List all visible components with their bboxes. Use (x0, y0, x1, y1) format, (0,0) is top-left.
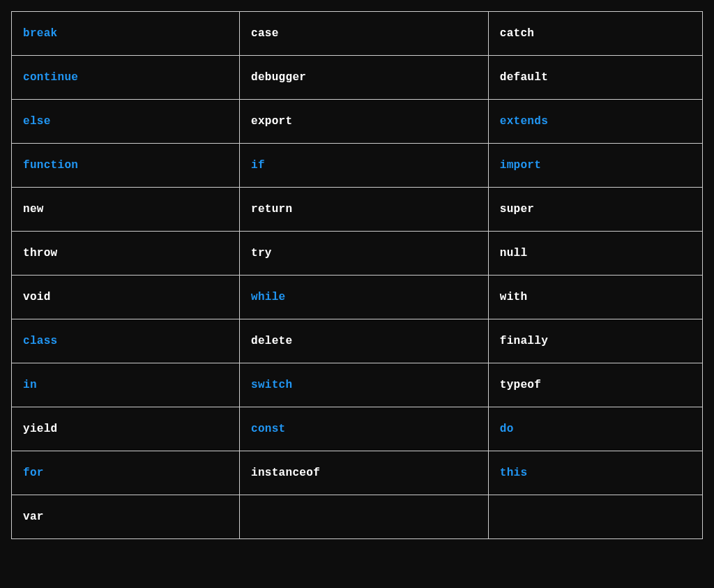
keyword-link-cell[interactable]: if (240, 144, 489, 188)
keyword-link-cell[interactable]: in (12, 363, 240, 407)
table-row: inswitchtypeof (12, 363, 703, 407)
keyword-cell: instanceof (240, 451, 489, 495)
keyword-cell: with (488, 276, 702, 319)
keyword-link-cell[interactable]: const (240, 407, 489, 451)
table-row: functionifimport (12, 144, 703, 188)
keyword-cell: typeof (488, 363, 702, 407)
keyword-link-cell[interactable]: function (12, 144, 240, 188)
keywords-table: breakcasecatchcontinuedebuggerdefaultels… (11, 11, 703, 539)
keyword-cell: default (488, 56, 702, 100)
keyword-link-cell[interactable]: while (240, 276, 489, 319)
keyword-cell: delete (240, 319, 489, 363)
table-row: var (12, 495, 703, 539)
table-row: forinstanceofthis (12, 451, 703, 495)
table-row: throwtrynull (12, 232, 703, 276)
keyword-cell: return (240, 188, 489, 232)
keyword-cell: try (240, 232, 489, 276)
keyword-link-cell[interactable]: class (12, 319, 240, 363)
table-row: voidwhilewith (12, 276, 703, 319)
keyword-link-cell[interactable]: break (12, 12, 240, 56)
table-row: elseexportextends (12, 100, 703, 144)
keyword-link-cell[interactable]: for (12, 451, 240, 495)
keyword-cell: catch (488, 12, 702, 56)
keyword-link-cell[interactable]: this (488, 451, 702, 495)
keyword-link-cell[interactable]: do (488, 407, 702, 451)
keyword-cell: finally (488, 319, 702, 363)
keyword-cell (488, 495, 702, 539)
table-row: classdeletefinally (12, 319, 703, 363)
keyword-cell: case (240, 12, 489, 56)
keyword-cell: var (12, 495, 240, 539)
keyword-cell: yield (12, 407, 240, 451)
keyword-cell: void (12, 276, 240, 319)
keyword-link-cell[interactable]: switch (240, 363, 489, 407)
keyword-cell: null (488, 232, 702, 276)
table-row: newreturnsuper (12, 188, 703, 232)
table-row: breakcasecatch (12, 12, 703, 56)
keyword-cell: new (12, 188, 240, 232)
keyword-cell: debugger (240, 56, 489, 100)
table-row: continuedebuggerdefault (12, 56, 703, 100)
keyword-cell: export (240, 100, 489, 144)
keyword-cell: throw (12, 232, 240, 276)
keyword-link-cell[interactable]: continue (12, 56, 240, 100)
keyword-link-cell[interactable]: import (488, 144, 702, 188)
table-row: yieldconstdo (12, 407, 703, 451)
keyword-link-cell[interactable]: extends (488, 100, 702, 144)
keyword-cell (240, 495, 489, 539)
keyword-cell: super (488, 188, 702, 232)
keyword-link-cell[interactable]: else (12, 100, 240, 144)
